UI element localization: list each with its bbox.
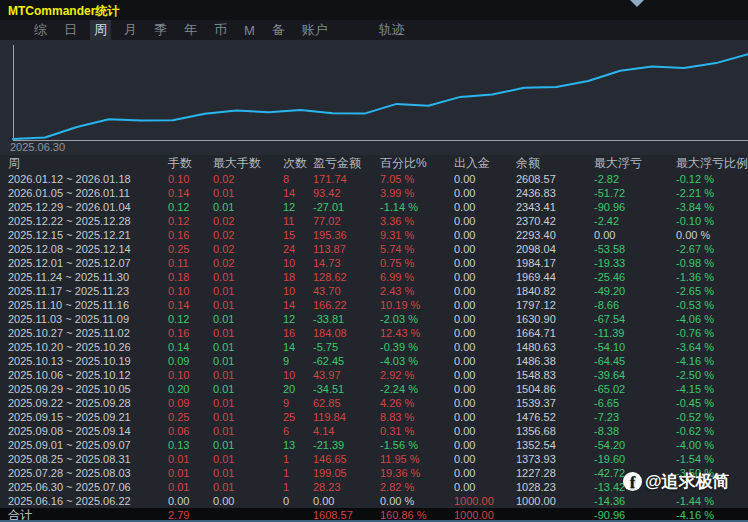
cell: 4.26 % <box>380 396 454 410</box>
week-range: 2025.09.01 ~ 2025.09.07 <box>0 438 168 452</box>
table-row[interactable]: 2025.10.13 ~ 2025.10.190.090.019-62.45-4… <box>0 354 748 368</box>
cell: 0.01 <box>213 466 283 480</box>
table-row[interactable]: 2025.09.15 ~ 2025.09.210.250.0125119.848… <box>0 410 748 424</box>
cell: 3.99 % <box>380 186 454 200</box>
cell: -0.62 % <box>676 424 748 438</box>
cell: -0.52 % <box>676 410 748 424</box>
table-row[interactable]: 2025.11.24 ~ 2025.11.300.180.0118128.626… <box>0 270 748 284</box>
cell: -11.39 <box>594 326 676 340</box>
table-row[interactable]: 2025.12.29 ~ 2026.01.040.120.0112-27.01-… <box>0 200 748 214</box>
cell: 0.01 <box>213 410 283 424</box>
table-row[interactable]: 2025.06.16 ~ 2025.06.220.000.0000.000.00… <box>0 494 748 508</box>
cell: 0.06 <box>168 424 213 438</box>
equity-curve <box>13 54 748 139</box>
cell: 4.14 <box>313 424 380 438</box>
tab-currency[interactable]: 币 <box>210 20 231 40</box>
week-range: 2025.09.29 ~ 2025.10.05 <box>0 382 168 396</box>
cell: 93.42 <box>313 186 380 200</box>
table-row[interactable]: 2025.12.08 ~ 2025.12.140.250.0224113.875… <box>0 242 748 256</box>
table-row[interactable]: 2025.09.08 ~ 2025.09.140.060.0164.140.31… <box>0 424 748 438</box>
cell: -4.15 % <box>676 382 748 396</box>
tab-m[interactable]: M <box>240 22 259 39</box>
week-range: 2025.10.20 ~ 2025.10.26 <box>0 340 168 354</box>
column-header: 手数 <box>168 155 213 172</box>
cell: 0.00 <box>454 242 516 256</box>
cell: 0.00 <box>454 270 516 284</box>
table-row[interactable]: 2025.11.17 ~ 2025.11.230.100.011043.702.… <box>0 284 748 298</box>
cell: 10.19 % <box>380 298 454 312</box>
cell: 24 <box>283 242 313 256</box>
table-row[interactable]: 2025.10.06 ~ 2025.10.120.100.011043.972.… <box>0 368 748 382</box>
cell: 195.36 <box>313 228 380 242</box>
cell: 9 <box>283 396 313 410</box>
table-header-row: 周手数最大手数次数盈亏金额百分比%出入金余额最大浮亏最大浮亏比例 <box>0 155 748 172</box>
week-range: 2025.09.15 ~ 2025.09.21 <box>0 410 168 424</box>
cell: -90.96 <box>594 200 676 214</box>
week-range: 2025.09.08 ~ 2025.09.14 <box>0 424 168 438</box>
cell: 0.12 <box>168 214 213 228</box>
cell: 0.00 <box>454 284 516 298</box>
cell: 0.14 <box>168 340 213 354</box>
cell: 2098.04 <box>516 242 594 256</box>
cell: 0.01 <box>213 382 283 396</box>
cell: 1000.00 <box>454 494 516 508</box>
table-row[interactable]: 2025.10.27 ~ 2025.11.020.160.0116184.081… <box>0 326 748 340</box>
tab-weekly[interactable]: 周 <box>90 20 111 40</box>
table-row[interactable]: 2025.11.03 ~ 2025.11.090.120.0112-33.81-… <box>0 312 748 326</box>
cell: 0.02 <box>213 256 283 270</box>
cell: 0.00 <box>454 312 516 326</box>
dropdown-arrow-icon[interactable] <box>630 0 644 7</box>
cell: -0.10 % <box>676 214 748 228</box>
table-row[interactable]: 2025.12.15 ~ 2025.12.210.160.0215195.369… <box>0 228 748 242</box>
cell: 1476.52 <box>516 410 594 424</box>
cell: 9 <box>283 354 313 368</box>
stats-table: 周手数最大手数次数盈亏金额百分比%出入金余额最大浮亏最大浮亏比例 2026.01… <box>0 155 748 522</box>
cell: 25 <box>283 410 313 424</box>
cell: 0.00 <box>313 494 380 508</box>
week-range: 2025.12.22 ~ 2025.12.28 <box>0 214 168 228</box>
tab-yearly[interactable]: 年 <box>180 20 201 40</box>
cell: -62.45 <box>313 354 380 368</box>
table-row[interactable]: 2025.09.22 ~ 2025.09.280.090.01962.854.2… <box>0 396 748 410</box>
tab-notes[interactable]: 备 <box>268 20 289 40</box>
tab-quarterly[interactable]: 季 <box>150 20 171 40</box>
tab-daily[interactable]: 日 <box>60 20 81 40</box>
cell: 0.01 <box>168 466 213 480</box>
cell: -65.02 <box>594 382 676 396</box>
cell: -54.20 <box>594 438 676 452</box>
cell: 1000.00 <box>516 494 594 508</box>
cell: 0.02 <box>213 228 283 242</box>
cell: 12 <box>283 312 313 326</box>
table-row[interactable]: 2025.09.01 ~ 2025.09.070.130.0113-21.39-… <box>0 438 748 452</box>
table-row[interactable]: 2026.01.12 ~ 2026.01.180.100.028171.747.… <box>0 172 748 186</box>
cell: 12 <box>283 200 313 214</box>
cell: -6.65 <box>594 396 676 410</box>
cell: 0.00 <box>454 256 516 270</box>
cell: 14 <box>283 340 313 354</box>
cell: 1 <box>283 452 313 466</box>
tab-account[interactable]: 账户 <box>298 20 332 40</box>
cell: 0.01 <box>213 284 283 298</box>
table-row[interactable]: 2025.12.22 ~ 2025.12.280.120.021177.023.… <box>0 214 748 228</box>
tab-trajectory[interactable]: 轨迹 <box>375 20 409 40</box>
cell: 0.00 <box>454 396 516 410</box>
cell: -54.10 <box>594 340 676 354</box>
tab-monthly[interactable]: 月 <box>120 20 141 40</box>
week-range: 2025.11.24 ~ 2025.11.30 <box>0 270 168 284</box>
cell: 0.00 <box>168 494 213 508</box>
table-row[interactable]: 2025.09.29 ~ 2025.10.050.200.0120-34.51-… <box>0 382 748 396</box>
cell: 0.13 <box>168 438 213 452</box>
cell: 0.01 <box>213 312 283 326</box>
cell: 0.01 <box>213 452 283 466</box>
table-row[interactable]: 2025.11.10 ~ 2025.11.160.140.0114166.221… <box>0 298 748 312</box>
week-range: 2025.12.01 ~ 2025.12.07 <box>0 256 168 270</box>
cell: 0.00 <box>454 214 516 228</box>
table-row[interactable]: 2025.12.01 ~ 2025.12.070.110.021014.730.… <box>0 256 748 270</box>
cell: 0.01 <box>213 298 283 312</box>
tab-summary[interactable]: 综 <box>30 20 51 40</box>
table-row[interactable]: 2025.10.20 ~ 2025.10.260.140.0114-5.75-0… <box>0 340 748 354</box>
table-row[interactable]: 2026.01.05 ~ 2026.01.110.140.011493.423.… <box>0 186 748 200</box>
cell: 0.00 <box>454 424 516 438</box>
cell: -3.84 % <box>676 200 748 214</box>
table-row[interactable]: 2025.08.25 ~ 2025.08.310.010.011146.6511… <box>0 452 748 466</box>
